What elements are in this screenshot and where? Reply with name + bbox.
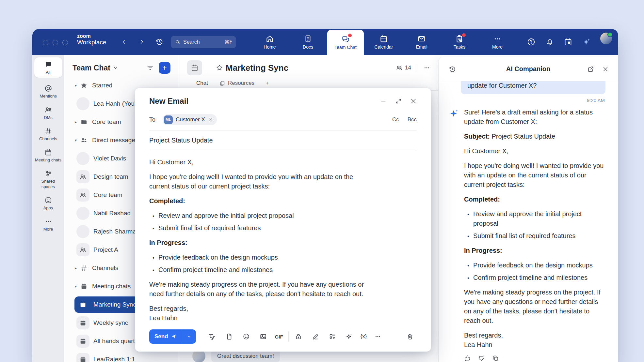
ai-assist-button[interactable] <box>343 330 356 343</box>
meeting-icon <box>76 298 89 311</box>
file-icon <box>226 333 233 340</box>
meeting-icon-tile <box>187 60 202 75</box>
caret-down-icon[interactable]: ▾ <box>72 138 80 143</box>
ai-companion-button[interactable] <box>582 38 591 47</box>
modal-title: New Email <box>149 97 188 106</box>
more-tools-button[interactable] <box>371 330 384 343</box>
tasks-icon <box>455 35 464 43</box>
nav-tasks[interactable]: Tasks <box>441 29 478 55</box>
tab-add[interactable]: + <box>266 80 269 86</box>
history-button[interactable] <box>155 38 164 46</box>
search-input[interactable]: Search ⌘F <box>171 36 236 48</box>
tasks-badge <box>462 33 466 37</box>
recipient-chip[interactable]: ML Customer X <box>163 114 217 125</box>
emoji-button[interactable] <box>240 330 253 343</box>
thumbs-up-icon[interactable] <box>464 355 471 362</box>
remove-recipient-icon[interactable] <box>208 117 213 122</box>
help-button[interactable] <box>527 38 536 46</box>
rail-item-channels[interactable]: Channels <box>34 127 62 142</box>
subject-field[interactable]: Project Status Update <box>149 130 417 150</box>
filter-button[interactable] <box>146 64 154 72</box>
meeting-icon <box>76 316 89 329</box>
discard-button[interactable] <box>404 330 417 343</box>
variables-button[interactable]: {x} <box>359 330 369 343</box>
layout-icon <box>329 333 336 340</box>
sidebar-item-lea-rajesh[interactable]: Lea/Rajesh 1:1 <box>64 350 178 362</box>
ai-in-progress-label: In Progress: <box>464 246 605 255</box>
caret-right-icon[interactable]: ▸ <box>72 266 80 270</box>
bcc-button[interactable]: Bcc <box>408 116 417 123</box>
rail-item-apps[interactable]: Apps <box>34 196 62 211</box>
to-field[interactable]: To ML Customer X Cc Bcc <box>149 114 417 125</box>
caret-right-icon[interactable]: ▸ <box>72 120 80 124</box>
nav-more[interactable]: More <box>479 29 516 55</box>
gif-button[interactable]: GIF <box>273 330 285 343</box>
sidebar-title-dropdown[interactable]: Team Chat <box>72 64 118 72</box>
forward-button[interactable] <box>137 37 147 47</box>
thumbs-down-icon[interactable] <box>478 355 485 362</box>
traffic-light-close[interactable] <box>43 40 48 45</box>
chevron-right-icon <box>139 39 145 45</box>
signature-button[interactable] <box>309 330 322 343</box>
copy-icon[interactable] <box>492 355 499 362</box>
email-closing: We're making steady progress on the proj… <box>149 280 375 299</box>
rail-item-more[interactable]: More <box>34 218 62 232</box>
traffic-light-minimize[interactable] <box>53 40 58 45</box>
encrypt-button[interactable] <box>292 330 305 343</box>
ai-conversation[interactable]: Can you draft an email that provides a s… <box>439 81 618 362</box>
email-icon <box>417 35 426 43</box>
rail-item-meeting-chats[interactable]: Meeting chats <box>34 148 62 163</box>
ai-history-button[interactable] <box>448 65 456 73</box>
ai-in-progress-list: Provide feedback on the design mockups C… <box>464 261 605 282</box>
tab-resources[interactable]: Resources <box>219 80 254 86</box>
email-body-editor[interactable]: Hi Customer X, I hope you're doing well!… <box>149 158 375 323</box>
tab-chat[interactable]: Chat <box>196 80 208 86</box>
image-button[interactable] <box>257 330 270 343</box>
expand-icon[interactable] <box>395 98 402 104</box>
group-avatar <box>76 170 89 183</box>
attach-file-button[interactable] <box>223 330 236 343</box>
email-signature: Lea Hahn <box>149 313 375 323</box>
nav-email[interactable]: Email <box>403 29 440 55</box>
template-button[interactable] <box>326 330 339 343</box>
window-controls[interactable] <box>43 40 68 45</box>
caret-down-icon[interactable]: ▾ <box>72 284 80 289</box>
ai-popout-button[interactable] <box>587 66 594 73</box>
send-button-group: Send <box>149 329 196 344</box>
rail-item-dms[interactable]: DMs <box>34 106 62 120</box>
people-icon <box>79 191 87 199</box>
caret-down-icon[interactable]: ▾ <box>72 83 80 88</box>
minimize-icon[interactable] <box>380 98 387 104</box>
favorite-star-button[interactable] <box>216 64 223 71</box>
top-bar: zoom Workplace Search ⌘F Home Docs <box>32 29 618 55</box>
chevron-down-icon <box>186 334 192 339</box>
rail-item-mentions[interactable]: Mentions <box>34 84 62 99</box>
nav-docs[interactable]: Docs <box>290 29 326 55</box>
channel-more-button[interactable] <box>423 64 430 71</box>
notifications-button[interactable] <box>545 38 554 46</box>
close-icon[interactable] <box>410 98 417 104</box>
list-item: Submit final list of required features <box>464 231 605 241</box>
format-button[interactable] <box>205 330 218 343</box>
ai-close-button[interactable] <box>602 66 609 72</box>
send-options-button[interactable] <box>182 329 196 344</box>
traffic-light-zoom[interactable] <box>62 40 68 45</box>
ai-response-greeting: Hi Customer X, <box>464 146 605 156</box>
rail-item-shared-spaces[interactable]: Shared spaces <box>34 170 62 189</box>
nav-calendar[interactable]: Calendar <box>365 29 402 55</box>
calendar-date-icon <box>564 38 572 46</box>
ai-feedback-actions <box>464 355 605 362</box>
user-avatar[interactable] <box>600 33 612 44</box>
member-count[interactable]: 14 <box>396 65 411 71</box>
rail-item-all[interactable]: All <box>34 57 62 78</box>
home-icon <box>266 35 274 43</box>
send-button[interactable]: Send <box>149 329 182 344</box>
nav-home[interactable]: Home <box>251 29 288 55</box>
today-calendar-button[interactable] <box>564 38 572 46</box>
sparkle-outline-icon <box>346 333 353 340</box>
nav-team-chat[interactable]: Team Chat <box>327 30 364 55</box>
pen-icon <box>312 333 319 340</box>
back-button[interactable] <box>119 37 129 47</box>
new-chat-button[interactable] <box>159 62 170 74</box>
cc-button[interactable]: Cc <box>392 116 399 123</box>
